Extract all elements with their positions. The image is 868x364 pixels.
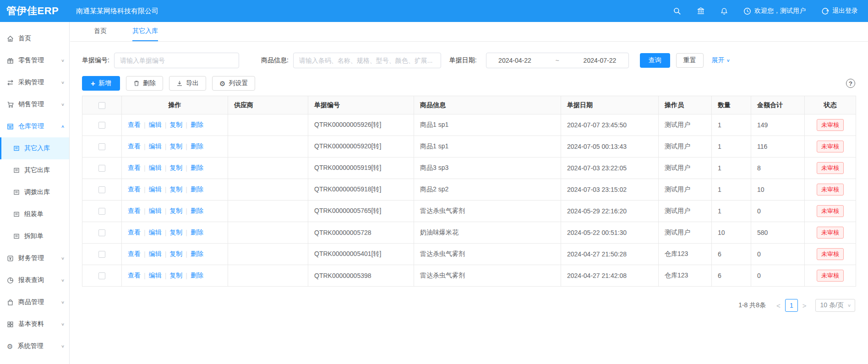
cell-supplier [228, 136, 308, 158]
delete-link[interactable]: 删除 [191, 207, 203, 215]
export-button[interactable]: 导出 [169, 76, 206, 91]
delete-button[interactable]: 删除 [126, 76, 163, 91]
sidebar-item-home[interactable]: 首页 [0, 27, 69, 49]
edit-link[interactable]: 编辑 [149, 228, 162, 237]
copy-link[interactable]: 复制 [169, 142, 182, 151]
sidebar-item-label: 其它入库 [24, 144, 50, 152]
sidebar-item-transfer-outbound[interactable]: 调拨出库 [0, 181, 69, 203]
sidebar-item-other-outbound[interactable]: 其它出库 [0, 159, 69, 181]
delete-link[interactable]: 删除 [191, 185, 203, 194]
sidebar-item-basic[interactable]: 基本资料 ∨ [0, 313, 69, 335]
copy-link[interactable]: 复制 [169, 207, 182, 215]
goods-info-input[interactable] [293, 53, 441, 68]
page-number[interactable]: 1 [785, 299, 798, 312]
select-all-checkbox[interactable] [98, 102, 105, 109]
edit-link[interactable]: 编辑 [149, 207, 162, 215]
view-link[interactable]: 查看 [128, 228, 141, 237]
expand-toggle[interactable]: 展开 ∨ [712, 56, 730, 65]
sidebar-item-finance[interactable]: 财务管理 ∨ [0, 247, 69, 269]
row-checkbox[interactable] [98, 251, 105, 258]
column-header-operator: 操作员 [659, 96, 712, 114]
edit-link[interactable]: 编辑 [149, 272, 162, 280]
cell-date: 2024-07-03 23:22:05 [561, 158, 659, 179]
row-checkbox[interactable] [98, 165, 105, 172]
welcome-user[interactable]: 欢迎您，测试用户 [743, 7, 806, 15]
edit-link[interactable]: 编辑 [149, 121, 162, 129]
delete-link[interactable]: 删除 [191, 142, 203, 151]
cell-total: 0 [751, 265, 805, 287]
status-badge[interactable]: 未审核 [817, 141, 844, 152]
pagination: 1-8 共8条 < 1 > 10 条/页 ∨ [70, 299, 855, 312]
page-size-select[interactable]: 10 条/页 ∨ [815, 299, 855, 312]
bill-no-input[interactable] [114, 53, 239, 68]
sidebar-item-retail[interactable]: 零售管理 ∨ [0, 49, 69, 71]
cell-date: 2024-05-29 22:16:20 [561, 201, 659, 222]
sidebar-item-goods[interactable]: 商品管理 ∨ [0, 291, 69, 313]
column-settings-button[interactable]: ⚙ 列设置 [212, 76, 255, 91]
tab-other-inbound[interactable]: 其它入库 [132, 22, 158, 41]
column-header-status: 状态 [805, 96, 856, 114]
sidebar-item-other-inbound[interactable]: 其它入库 [0, 137, 69, 159]
prev-page-button[interactable]: < [773, 302, 784, 310]
copy-link[interactable]: 复制 [169, 164, 182, 172]
next-page-button[interactable]: > [799, 302, 810, 310]
copy-link[interactable]: 复制 [169, 228, 182, 237]
reset-button[interactable]: 重置 [676, 53, 704, 68]
row-checkbox[interactable] [98, 186, 105, 193]
sidebar-item-warehouse[interactable]: 仓库管理 ∧ [0, 115, 69, 137]
date-range-picker[interactable]: 2024-04-22 ~ 2024-07-22 [486, 53, 629, 68]
date-end[interactable]: 2024-07-22 [584, 57, 617, 64]
status-badge[interactable]: 未审核 [817, 119, 844, 131]
sidebar-item-purchase[interactable]: 采购管理 ∨ [0, 71, 69, 93]
status-badge[interactable]: 未审核 [817, 205, 844, 217]
search-icon[interactable] [673, 7, 681, 15]
status-badge[interactable]: 未审核 [817, 270, 844, 282]
view-link[interactable]: 查看 [128, 142, 141, 151]
edit-link[interactable]: 编辑 [149, 142, 162, 151]
tab-home[interactable]: 首页 [94, 22, 107, 41]
help-icon[interactable]: ? [846, 79, 855, 88]
edit-link[interactable]: 编辑 [149, 250, 162, 258]
row-checkbox[interactable] [98, 143, 105, 150]
delete-link[interactable]: 删除 [191, 250, 203, 258]
sidebar-item-system[interactable]: ⚙ 系统管理 ∨ [0, 335, 69, 357]
date-start[interactable]: 2024-04-22 [498, 57, 531, 64]
sidebar-item-reports[interactable]: 报表查询 ∨ [0, 269, 69, 291]
edit-link[interactable]: 编辑 [149, 164, 162, 172]
view-link[interactable]: 查看 [128, 207, 141, 215]
delete-link[interactable]: 删除 [191, 228, 203, 237]
add-button[interactable]: + 新增 [82, 76, 120, 91]
view-link[interactable]: 查看 [128, 164, 141, 172]
copy-link[interactable]: 复制 [169, 121, 182, 129]
copy-link[interactable]: 复制 [169, 250, 182, 258]
copy-link[interactable]: 复制 [169, 185, 182, 194]
sidebar-item-disassembly[interactable]: 拆卸单 [0, 225, 69, 247]
notifications-icon[interactable] [721, 7, 728, 15]
status-badge[interactable]: 未审核 [817, 184, 844, 196]
bank-icon[interactable] [697, 7, 705, 15]
delete-link[interactable]: 删除 [191, 164, 203, 172]
sidebar-item-assembly[interactable]: 组装单 [0, 203, 69, 225]
row-checkbox[interactable] [98, 122, 105, 129]
view-link[interactable]: 查看 [128, 272, 141, 280]
sidebar-item-sales[interactable]: 销售管理 ∨ [0, 93, 69, 115]
delete-link[interactable]: 删除 [191, 121, 203, 129]
status-badge[interactable]: 未审核 [817, 248, 844, 260]
status-badge[interactable]: 未审核 [817, 227, 844, 239]
status-badge[interactable]: 未审核 [817, 162, 844, 174]
row-checkbox[interactable] [98, 229, 105, 236]
view-link[interactable]: 查看 [128, 250, 141, 258]
cell-status: 未审核 [805, 158, 856, 179]
view-link[interactable]: 查看 [128, 121, 141, 129]
row-checkbox[interactable] [98, 208, 105, 215]
delete-link[interactable]: 删除 [191, 272, 203, 280]
link-separator: | [165, 272, 167, 279]
row-checkbox[interactable] [98, 272, 105, 279]
cell-date: 2024-07-05 00:13:43 [561, 136, 659, 158]
edit-link[interactable]: 编辑 [149, 185, 162, 194]
view-link[interactable]: 查看 [128, 185, 141, 194]
search-button[interactable]: 查询 [640, 53, 670, 68]
logout-button[interactable]: 退出登录 [821, 7, 858, 15]
link-separator: | [186, 250, 187, 258]
copy-link[interactable]: 复制 [169, 272, 182, 280]
